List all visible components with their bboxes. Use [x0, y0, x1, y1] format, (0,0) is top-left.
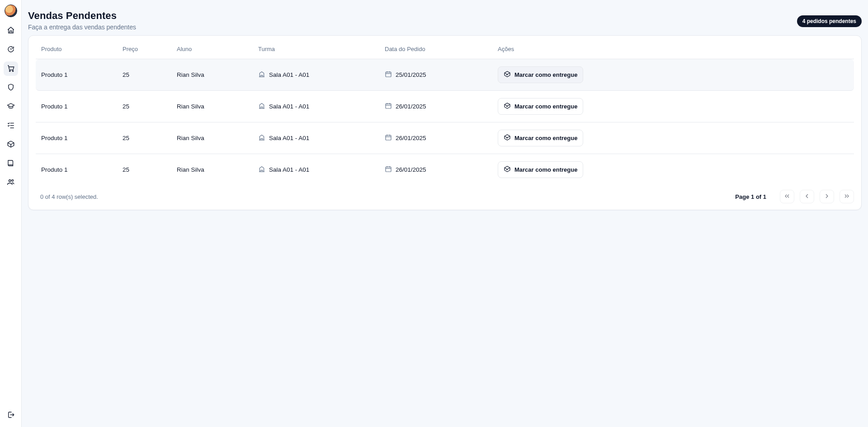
school-icon — [258, 70, 265, 79]
main-content: Vendas Pendentes Faça a entrega das vend… — [22, 0, 868, 427]
cell-data: 26/01/2025 — [379, 154, 492, 185]
sidebar-nav — [4, 23, 18, 408]
book-icon — [7, 159, 15, 169]
graduation-cap-icon — [7, 102, 15, 112]
cell-turma: Sala A01 - A01 — [253, 59, 379, 91]
school-icon — [258, 134, 265, 142]
users-icon — [7, 178, 15, 188]
cell-preco: 25 — [117, 122, 171, 154]
pager-last-button[interactable] — [840, 190, 854, 203]
page-indicator: Page 1 of 1 — [735, 193, 766, 200]
cell-acoes: Marcar como entregue — [492, 154, 854, 185]
chevron-right-icon — [823, 192, 830, 201]
table-footer: 0 of 4 row(s) selected. Page 1 of 1 — [36, 185, 854, 203]
calendar-icon — [385, 134, 392, 142]
svg-point-2 — [9, 179, 11, 182]
svg-point-3 — [11, 179, 13, 181]
logout-icon — [7, 411, 15, 420]
cell-produto: Produto 1 — [36, 91, 117, 122]
cell-aluno: Rian Silva — [171, 91, 253, 122]
mark-delivered-label: Marcar como entregue — [514, 71, 577, 78]
sidebar-item-home[interactable] — [4, 23, 18, 38]
mark-delivered-button[interactable]: Marcar como entregue — [498, 66, 583, 83]
chevrons-right-icon — [843, 192, 850, 201]
calendar-icon — [385, 102, 392, 111]
cell-data: 26/01/2025 — [379, 91, 492, 122]
th-data[interactable]: Data do Pedido — [379, 39, 492, 59]
svg-rect-4 — [386, 72, 391, 77]
orders-panel: Produto Preço Aluno Turma Data do Pedido… — [28, 35, 862, 210]
package-check-icon — [504, 165, 511, 174]
home-icon — [7, 26, 15, 36]
cell-preco: 25 — [117, 91, 171, 122]
svg-point-0 — [9, 70, 10, 71]
school-icon — [258, 165, 265, 174]
cell-turma: Sala A01 - A01 — [253, 122, 379, 154]
table-row[interactable]: Produto 125Rian SilvaSala A01 - A0126/01… — [36, 91, 854, 122]
sidebar — [0, 0, 22, 427]
cell-aluno: Rian Silva — [171, 154, 253, 185]
cell-turma: Sala A01 - A01 — [253, 154, 379, 185]
school-icon — [258, 102, 265, 111]
mark-delivered-label: Marcar como entregue — [514, 166, 577, 173]
sidebar-item-users[interactable] — [4, 175, 18, 190]
pager-first-button[interactable] — [780, 190, 794, 203]
th-preco[interactable]: Preço — [117, 39, 171, 59]
sidebar-item-graduation[interactable] — [4, 99, 18, 114]
package-check-icon — [504, 102, 511, 111]
th-acoes[interactable]: Ações — [492, 39, 854, 59]
cell-data: 26/01/2025 — [379, 122, 492, 154]
mark-delivered-button[interactable]: Marcar como entregue — [498, 98, 583, 115]
sidebar-item-logout[interactable] — [4, 408, 18, 422]
cell-produto: Produto 1 — [36, 59, 117, 91]
sidebar-item-package[interactable] — [4, 137, 18, 152]
svg-rect-5 — [386, 103, 391, 108]
sidebar-item-shield[interactable] — [4, 80, 18, 95]
cell-aluno: Rian Silva — [171, 59, 253, 91]
table-row[interactable]: Produto 125Rian SilvaSala A01 - A0125/01… — [36, 59, 854, 91]
cell-acoes: Marcar como entregue — [492, 122, 854, 154]
orders-table: Produto Preço Aluno Turma Data do Pedido… — [36, 39, 854, 185]
calendar-icon — [385, 165, 392, 174]
page-subtitle: Faça a entrega das vendas pendentes — [28, 23, 136, 31]
table-row[interactable]: Produto 125Rian SilvaSala A01 - A0126/01… — [36, 122, 854, 154]
shield-icon — [7, 83, 15, 93]
mark-delivered-label: Marcar como entregue — [514, 135, 577, 141]
page-title: Vendas Pendentes — [28, 10, 136, 22]
cell-data: 25/01/2025 — [379, 59, 492, 91]
cell-acoes: Marcar como entregue — [492, 59, 854, 91]
cell-aluno: Rian Silva — [171, 122, 253, 154]
cell-produto: Produto 1 — [36, 154, 117, 185]
sidebar-item-refresh[interactable] — [4, 42, 18, 57]
svg-point-1 — [12, 70, 13, 71]
cell-acoes: Marcar como entregue — [492, 91, 854, 122]
package-check-icon — [504, 70, 511, 79]
sidebar-item-cart[interactable] — [4, 61, 18, 76]
chevron-left-icon — [803, 192, 811, 201]
cell-preco: 25 — [117, 154, 171, 185]
page-header: Vendas Pendentes Faça a entrega das vend… — [28, 7, 862, 35]
list-checks-icon — [7, 121, 15, 131]
avatar[interactable] — [5, 5, 17, 17]
refresh-plus-icon — [7, 45, 15, 55]
sidebar-item-book[interactable] — [4, 156, 18, 171]
pending-badge: 4 pedidos pendentes — [797, 15, 862, 27]
shopping-cart-icon — [7, 64, 15, 74]
th-produto[interactable]: Produto — [36, 39, 117, 59]
sidebar-item-checklist[interactable] — [4, 118, 18, 133]
pager-prev-button[interactable] — [800, 190, 814, 203]
table-row[interactable]: Produto 125Rian SilvaSala A01 - A0126/01… — [36, 154, 854, 185]
cell-turma: Sala A01 - A01 — [253, 91, 379, 122]
package-check-icon — [504, 134, 511, 142]
pager-next-button[interactable] — [820, 190, 834, 203]
calendar-icon — [385, 70, 392, 79]
th-turma[interactable]: Turma — [253, 39, 379, 59]
th-aluno[interactable]: Aluno — [171, 39, 253, 59]
package-icon — [7, 140, 15, 150]
svg-rect-6 — [386, 135, 391, 140]
chevrons-left-icon — [783, 192, 791, 201]
selection-count: 0 of 4 row(s) selected. — [36, 193, 98, 200]
mark-delivered-button[interactable]: Marcar como entregue — [498, 161, 583, 178]
mark-delivered-button[interactable]: Marcar como entregue — [498, 130, 583, 146]
cell-produto: Produto 1 — [36, 122, 117, 154]
